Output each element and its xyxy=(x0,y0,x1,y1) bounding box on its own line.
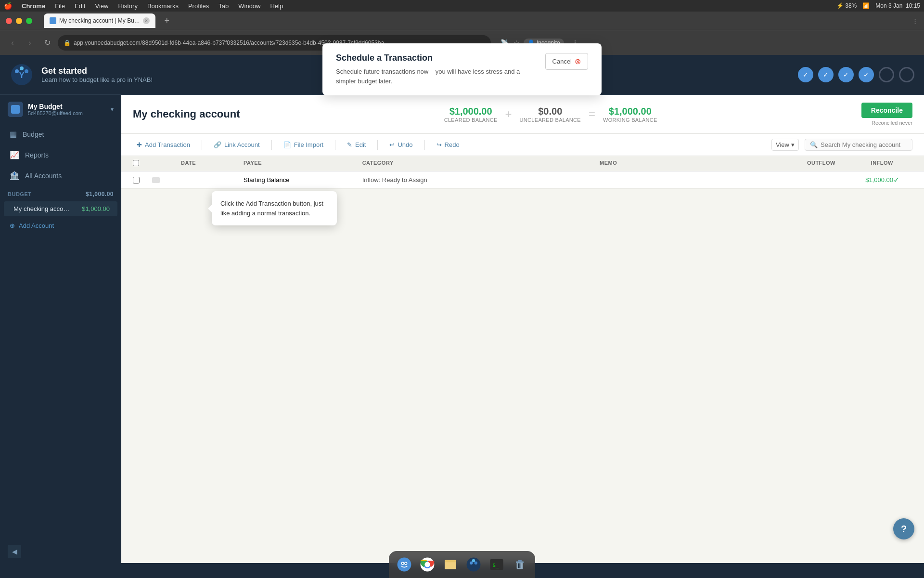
search-box[interactable]: 🔍 xyxy=(805,139,912,151)
view-button[interactable]: View ▾ xyxy=(771,139,799,151)
menu-window[interactable]: Window xyxy=(234,2,264,10)
progress-circle-3[interactable]: ✓ xyxy=(838,67,854,82)
checking-account-name: My checking acco… xyxy=(13,205,78,212)
dock-finder[interactable] xyxy=(395,555,414,574)
tab-favicon xyxy=(50,17,56,24)
browser-tab[interactable]: My checking account | My Bu… ✕ xyxy=(44,13,155,28)
menu-file[interactable]: File xyxy=(51,2,69,10)
uncleared-balance-label: Uncleared Balance xyxy=(520,117,581,123)
get-started-text: Get started Learn how to budget like a p… xyxy=(41,66,153,83)
row-category: Inflow: Ready to Assign xyxy=(362,176,600,184)
macos-dock: $_ xyxy=(389,551,535,578)
file-import-button[interactable]: 📄 File Import xyxy=(280,139,327,150)
tooltip-arrow xyxy=(208,205,212,212)
collapse-sidebar-button[interactable]: ◀ xyxy=(8,545,21,558)
header-checkbox xyxy=(133,160,152,167)
cancel-x-icon: ⊗ xyxy=(575,57,581,66)
apple-menu-icon[interactable]: 🍎 xyxy=(4,2,12,10)
row-checkbox[interactable] xyxy=(133,177,140,184)
header-payee: PAYEE xyxy=(244,160,362,167)
progress-circle-1[interactable]: ✓ xyxy=(798,67,813,82)
sidebar-reports-label: Reports xyxy=(25,151,49,159)
menu-tab[interactable]: Tab xyxy=(215,2,232,10)
toolbar-separator-1 xyxy=(202,140,202,150)
sidebar-item-all-accounts[interactable]: 🏦 All Accounts xyxy=(0,165,121,186)
lock-icon: 🔒 xyxy=(64,39,71,46)
svg-rect-23 xyxy=(518,560,522,562)
progress-circle-5[interactable] xyxy=(879,67,894,82)
edit-button[interactable]: ✎ Edit xyxy=(343,139,370,150)
get-started-subtext: Learn how to budget like a pro in YNAB! xyxy=(41,76,153,83)
svg-point-5 xyxy=(398,558,411,572)
undo-button[interactable]: ↩ Undo xyxy=(385,139,416,150)
uncleared-balance-item: $0.00 Uncleared Balance xyxy=(520,106,581,123)
redo-button[interactable]: ↪ Redo xyxy=(433,139,463,150)
menu-chrome[interactable]: Chrome xyxy=(18,2,49,10)
budget-section-label: BUDGET xyxy=(8,191,31,197)
svg-text:$_: $_ xyxy=(492,562,499,568)
select-all-checkbox[interactable] xyxy=(133,160,139,166)
plus-separator: + xyxy=(505,107,512,121)
menu-history[interactable]: History xyxy=(114,2,141,10)
edit-label: Edit xyxy=(355,141,366,148)
new-tab-button[interactable]: + xyxy=(161,15,173,26)
dock-ynab[interactable] xyxy=(464,555,483,574)
plus-icon: ⊕ xyxy=(10,222,15,229)
browser-menu-icon[interactable]: ⋮ xyxy=(912,17,918,25)
svg-point-2 xyxy=(15,69,19,73)
svg-point-3 xyxy=(20,66,24,70)
link-account-button[interactable]: 🔗 Link Account xyxy=(210,139,264,150)
menu-edit[interactable]: Edit xyxy=(71,2,89,10)
fullscreen-window-button[interactable] xyxy=(26,18,32,24)
svg-point-8 xyxy=(402,563,403,564)
row-checkbox-cell[interactable] xyxy=(133,177,152,184)
menu-profiles[interactable]: Profiles xyxy=(184,2,213,10)
sidebar-budget-label: Budget xyxy=(23,131,44,138)
toolbar-separator-4 xyxy=(377,140,378,150)
cancel-button[interactable]: Cancel ⊗ xyxy=(545,53,588,70)
search-icon: 🔍 xyxy=(810,141,818,148)
reload-button[interactable]: ↻ xyxy=(40,36,54,50)
row-flag-cell xyxy=(152,177,181,183)
header-outflow: OUTFLOW xyxy=(778,160,835,167)
dock-trash[interactable] xyxy=(510,555,529,574)
header-cleared xyxy=(893,160,912,167)
help-button[interactable]: ? xyxy=(893,518,914,539)
back-button[interactable]: ‹ xyxy=(6,36,19,50)
menu-view[interactable]: View xyxy=(91,2,112,10)
dock-chrome[interactable] xyxy=(418,555,437,574)
row-cleared-cell[interactable]: ✓ xyxy=(893,175,912,184)
undo-label: Undo xyxy=(398,141,412,148)
progress-circle-2[interactable]: ✓ xyxy=(818,67,834,82)
sidebar-account-checking[interactable]: My checking acco… $1,000.00 xyxy=(4,201,117,216)
tab-title: My checking account | My Bu… xyxy=(59,17,140,24)
dock-files[interactable] xyxy=(441,555,460,574)
toolbar-separator-5 xyxy=(424,140,425,150)
add-account-button[interactable]: ⊕ Add Account xyxy=(0,217,121,234)
add-transaction-button[interactable]: ✚ Add Transaction xyxy=(133,139,194,150)
sidebar-budget-header[interactable]: My Budget 5d485270@uifeed.com ▾ xyxy=(0,95,121,124)
menu-bookmarks[interactable]: Bookmarks xyxy=(143,2,182,10)
link-icon: 🔗 xyxy=(214,141,221,148)
reconcile-note: Reconciled never xyxy=(861,120,912,126)
sidebar-item-budget[interactable]: ▦ Budget xyxy=(0,124,121,144)
forward-button[interactable]: › xyxy=(23,36,37,50)
view-label: View xyxy=(776,141,789,148)
table-row[interactable]: Starting Balance Inflow: Ready to Assign… xyxy=(121,171,924,189)
tab-close-button[interactable]: ✕ xyxy=(143,17,150,24)
close-window-button[interactable] xyxy=(6,18,12,24)
progress-circle-4[interactable]: ✓ xyxy=(859,67,874,82)
file-import-label: File Import xyxy=(294,141,323,148)
reconcile-button[interactable]: Reconcile xyxy=(861,103,912,118)
progress-circle-6[interactable] xyxy=(899,67,914,82)
sidebar-item-reports[interactable]: 📈 Reports xyxy=(0,144,121,165)
row-payee: Starting Balance xyxy=(244,176,362,184)
dock-terminal[interactable]: $_ xyxy=(487,555,506,574)
budget-email: 5d485270@uifeed.com xyxy=(28,110,106,116)
search-input[interactable] xyxy=(821,141,907,148)
minimize-window-button[interactable] xyxy=(16,18,22,24)
toolbar-right: View ▾ 🔍 xyxy=(771,139,912,151)
get-started-heading: Get started xyxy=(41,66,153,76)
menu-help[interactable]: Help xyxy=(267,2,287,10)
header-memo: MEMO xyxy=(600,160,778,167)
